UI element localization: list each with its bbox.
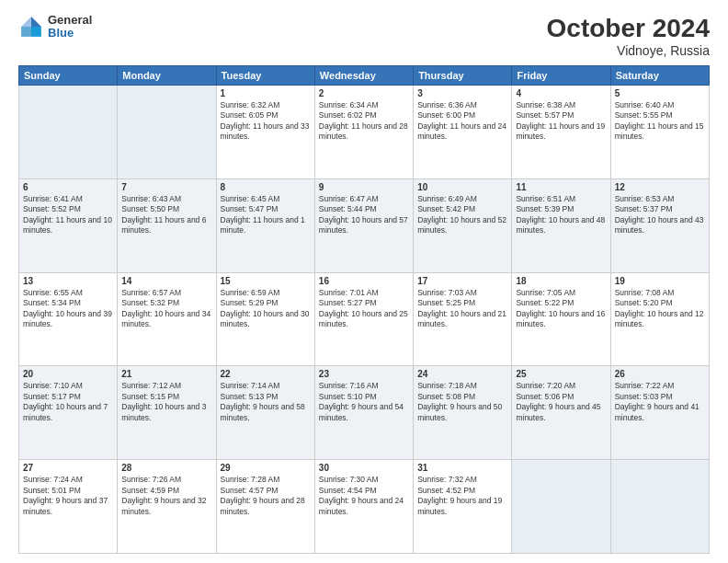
day-info: Sunrise: 6:32 AM — [221, 100, 311, 110]
day-info: Daylight: 9 hours and 37 minutes. — [23, 496, 113, 517]
logo-general: General — [48, 14, 92, 27]
day-number: 30 — [319, 463, 409, 473]
day-number: 5 — [615, 88, 705, 98]
day-number: 22 — [221, 369, 311, 379]
day-info: Sunrise: 7:24 AM — [23, 475, 113, 485]
day-info: Sunrise: 6:47 AM — [319, 194, 409, 204]
day-info: Daylight: 11 hours and 33 minutes. — [221, 121, 311, 143]
day-number: 9 — [319, 182, 409, 192]
day-number: 29 — [221, 463, 311, 473]
calendar-cell: 15Sunrise: 6:59 AMSunset: 5:29 PMDayligh… — [216, 272, 314, 366]
day-info: Sunrise: 7:18 AM — [417, 381, 507, 391]
day-number: 6 — [23, 182, 113, 192]
day-info: Sunset: 5:25 PM — [417, 298, 507, 308]
day-number: 2 — [319, 88, 409, 98]
day-info: Sunrise: 7:03 AM — [417, 288, 507, 298]
day-info: Sunset: 5:52 PM — [23, 204, 113, 214]
day-info: Daylight: 10 hours and 48 minutes. — [516, 215, 606, 236]
calendar-cell: 23Sunrise: 7:16 AMSunset: 5:10 PMDayligh… — [314, 366, 413, 460]
col-header-thursday: Thursday — [414, 66, 512, 86]
calendar-cell: 13Sunrise: 6:55 AMSunset: 5:34 PMDayligh… — [19, 272, 118, 366]
day-number: 17 — [417, 276, 507, 286]
day-info: Sunset: 5:22 PM — [516, 298, 606, 308]
day-info: Sunrise: 6:57 AM — [121, 288, 211, 298]
day-info: Daylight: 10 hours and 3 minutes. — [121, 402, 211, 423]
day-info: Sunrise: 6:49 AM — [417, 194, 507, 204]
day-info: Daylight: 10 hours and 12 minutes. — [615, 309, 705, 330]
day-number: 16 — [319, 276, 409, 286]
calendar-cell: 20Sunrise: 7:10 AMSunset: 5:17 PMDayligh… — [19, 366, 118, 460]
day-info: Sunrise: 6:36 AM — [417, 100, 507, 110]
calendar-cell: 18Sunrise: 7:05 AMSunset: 5:22 PMDayligh… — [512, 272, 610, 366]
svg-marker-2 — [31, 27, 41, 37]
col-header-saturday: Saturday — [610, 66, 709, 86]
day-info: Daylight: 9 hours and 54 minutes. — [319, 402, 409, 423]
calendar-cell: 27Sunrise: 7:24 AMSunset: 5:01 PMDayligh… — [19, 460, 118, 554]
day-number: 20 — [23, 369, 113, 379]
day-number: 7 — [121, 182, 211, 192]
calendar-cell: 14Sunrise: 6:57 AMSunset: 5:32 PMDayligh… — [118, 272, 216, 366]
day-number: 8 — [221, 182, 311, 192]
calendar-cell: 2Sunrise: 6:34 AMSunset: 6:02 PMDaylight… — [314, 86, 413, 179]
day-info: Sunset: 4:54 PM — [319, 486, 409, 496]
day-number: 26 — [615, 369, 705, 379]
day-info: Daylight: 11 hours and 15 minutes. — [615, 121, 705, 143]
day-info: Sunrise: 7:05 AM — [516, 288, 606, 298]
day-info: Sunset: 6:02 PM — [319, 110, 409, 121]
calendar-cell: 19Sunrise: 7:08 AMSunset: 5:20 PMDayligh… — [610, 272, 709, 366]
day-info: Daylight: 9 hours and 28 minutes. — [221, 496, 311, 517]
day-info: Sunset: 5:57 PM — [516, 110, 606, 121]
day-info: Sunrise: 7:20 AM — [516, 381, 606, 391]
day-info: Daylight: 10 hours and 21 minutes. — [417, 309, 507, 330]
calendar-cell: 26Sunrise: 7:22 AMSunset: 5:03 PMDayligh… — [610, 366, 709, 460]
day-info: Sunrise: 7:12 AM — [121, 381, 211, 391]
day-number: 27 — [23, 463, 113, 473]
day-info: Sunrise: 7:30 AM — [319, 475, 409, 485]
day-info: Sunrise: 6:59 AM — [221, 288, 311, 298]
calendar-cell: 22Sunrise: 7:14 AMSunset: 5:13 PMDayligh… — [216, 366, 314, 460]
day-info: Sunset: 5:01 PM — [23, 486, 113, 496]
calendar-cell: 10Sunrise: 6:49 AMSunset: 5:42 PMDayligh… — [414, 178, 512, 272]
day-info: Sunset: 5:10 PM — [319, 392, 409, 402]
day-info: Sunrise: 6:34 AM — [319, 100, 409, 110]
day-info: Daylight: 9 hours and 58 minutes. — [221, 402, 311, 423]
day-info: Sunset: 5:15 PM — [121, 392, 211, 402]
day-info: Sunset: 5:42 PM — [417, 204, 507, 214]
day-info: Sunset: 5:20 PM — [615, 298, 705, 308]
day-info: Sunrise: 6:40 AM — [615, 100, 705, 110]
day-info: Sunrise: 7:10 AM — [23, 381, 113, 391]
day-info: Sunset: 6:00 PM — [417, 110, 507, 121]
day-info: Daylight: 10 hours and 16 minutes. — [516, 309, 606, 330]
day-number: 21 — [121, 369, 211, 379]
day-info: Sunrise: 7:28 AM — [221, 475, 311, 485]
calendar-cell — [118, 86, 216, 179]
calendar-cell: 3Sunrise: 6:36 AMSunset: 6:00 PMDaylight… — [414, 86, 512, 179]
day-info: Sunset: 5:29 PM — [221, 298, 311, 308]
day-info: Daylight: 11 hours and 6 minutes. — [121, 215, 211, 236]
day-number: 1 — [221, 88, 311, 98]
calendar-cell — [512, 460, 610, 554]
day-info: Sunset: 5:37 PM — [615, 204, 705, 214]
calendar-table: SundayMondayTuesdayWednesdayThursdayFrid… — [18, 65, 710, 554]
logo-text: General Blue — [48, 14, 92, 40]
day-info: Sunset: 5:39 PM — [516, 204, 606, 214]
day-info: Sunrise: 7:01 AM — [319, 288, 409, 298]
col-header-monday: Monday — [118, 66, 216, 86]
col-header-tuesday: Tuesday — [216, 66, 314, 86]
day-info: Sunset: 5:50 PM — [121, 204, 211, 214]
calendar-cell — [19, 86, 118, 179]
col-header-wednesday: Wednesday — [314, 66, 413, 86]
day-info: Daylight: 11 hours and 19 minutes. — [516, 121, 606, 143]
day-info: Sunrise: 6:55 AM — [23, 288, 113, 298]
day-number: 28 — [121, 463, 211, 473]
logo-blue: Blue — [48, 27, 92, 40]
day-number: 14 — [121, 276, 211, 286]
calendar-cell: 31Sunrise: 7:32 AMSunset: 4:52 PMDayligh… — [414, 460, 512, 554]
col-header-sunday: Sunday — [19, 66, 118, 86]
day-info: Sunset: 6:05 PM — [221, 110, 311, 121]
day-info: Daylight: 10 hours and 25 minutes. — [319, 309, 409, 330]
day-info: Sunset: 5:08 PM — [417, 392, 507, 402]
day-info: Sunrise: 6:45 AM — [221, 194, 311, 204]
day-info: Sunrise: 6:41 AM — [23, 194, 113, 204]
day-info: Daylight: 11 hours and 1 minute. — [221, 215, 311, 236]
